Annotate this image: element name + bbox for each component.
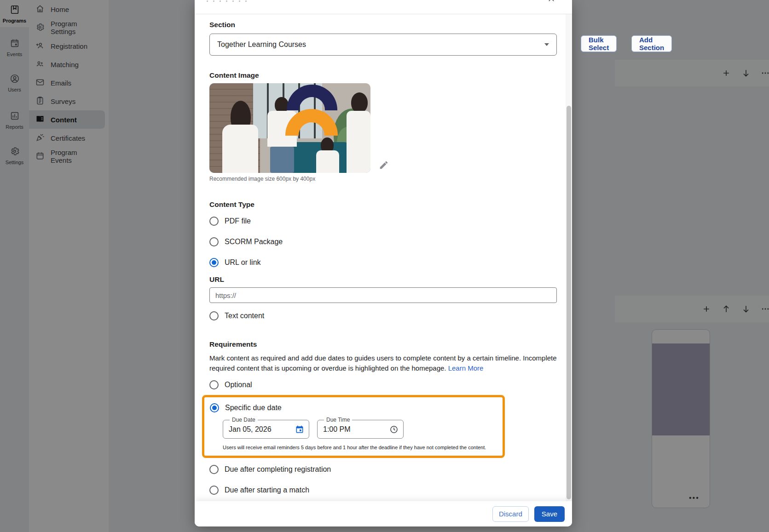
radio-icon[interactable] [209,465,219,474]
calendar-icon[interactable] [295,425,304,434]
radio-icon-selected[interactable] [209,258,219,267]
radio-icon[interactable] [209,311,219,320]
due-time-field[interactable]: Due Time 1:00 PM [317,417,404,439]
radio-pdf-file[interactable]: PDF file [209,216,555,226]
content-image-preview[interactable] [209,83,370,173]
image-size-caption: Recommended image size 600px by 400px [209,176,555,182]
reminder-text: Users will receive email reminders 5 day… [223,445,495,450]
radio-optional[interactable]: Optional [209,380,555,390]
due-date-value: Jan 05, 2026 [229,425,272,434]
modal-title-clipped [207,0,247,2]
requirements-description: Mark content as required and add due dat… [209,353,557,373]
requirements-label: Requirements [209,340,555,349]
photo-person [218,101,261,173]
modal-scrollbar[interactable] [566,14,572,501]
due-time-label: Due Time [324,417,352,423]
content-type-label: Content Type [209,200,555,209]
due-date-label: Due Date [230,417,258,423]
radio-scorm-package[interactable]: SCORM Package [209,237,555,247]
url-input[interactable] [209,287,557,303]
url-label: URL [209,275,555,284]
section-label: Section [209,21,555,29]
photo-person [314,137,341,173]
due-time-value: 1:00 PM [323,425,351,434]
clock-icon[interactable] [389,425,399,434]
learn-more-link[interactable]: Learn More [448,364,484,372]
close-icon[interactable] [547,0,555,3]
section-select-value: Together Learning Courses [217,40,306,49]
discard-button[interactable]: Discard [492,506,529,522]
radio-icon[interactable] [209,380,219,389]
add-section-button[interactable]: Add Section [631,35,672,52]
modal-body: Section Together Learning Courses Conten… [195,14,566,501]
radio-icon[interactable] [209,217,219,226]
save-button[interactable]: Save [534,506,565,522]
radio-url-or-link[interactable]: URL or link [209,257,555,268]
content-image-label: Content Image [209,71,555,80]
radio-due-after-registration[interactable]: Due after completing registration [209,464,555,475]
bulk-select-button[interactable]: Bulk Select [581,35,617,52]
edit-content-modal: Section Together Learning Courses Conten… [195,0,572,526]
radio-icon[interactable] [209,486,219,495]
radio-icon-selected[interactable] [210,403,219,412]
modal-header [195,0,572,14]
section-select[interactable]: Together Learning Courses [209,34,557,56]
scrollbar-thumb[interactable] [567,106,571,499]
modal-footer: Discard Save [195,501,572,526]
edit-image-icon[interactable] [379,160,389,170]
radio-icon[interactable] [209,237,219,246]
radio-text-content[interactable]: Text content [209,311,555,321]
chevron-down-icon [544,43,549,46]
radio-due-after-match[interactable]: Due after starting a match [209,485,555,495]
photo-person [346,92,370,173]
due-date-field[interactable]: Due Date Jan 05, 2026 [223,417,309,439]
radio-specific-due-date[interactable]: Specific due date [210,403,495,413]
specific-due-date-highlight: Specific due date Due Date Jan 05, 2026 … [202,395,505,458]
